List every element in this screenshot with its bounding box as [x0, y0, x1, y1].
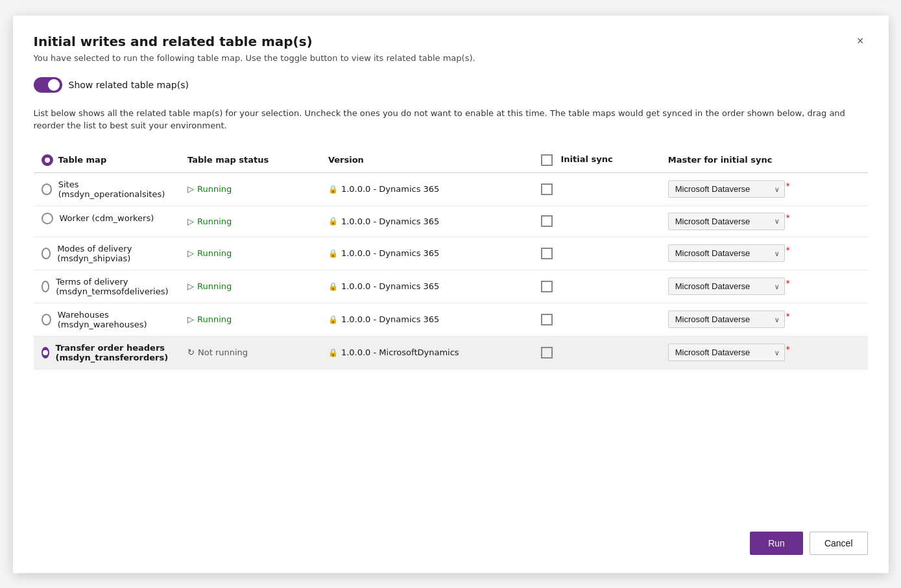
initial-sync-label: Initial sync — [560, 154, 612, 164]
table-row: Terms of delivery (msdyn_termsofdeliveri… — [34, 270, 868, 303]
row-master-cell: Microsoft Dataverse* — [660, 206, 868, 237]
master-dropdown[interactable]: Microsoft Dataverse — [668, 277, 785, 295]
dialog-header: Initial writes and related table map(s) … — [34, 34, 868, 49]
row-version-text: 1.0.0.0 - Dynamics 365 — [341, 248, 440, 258]
master-dropdown-wrapper: Microsoft Dataverse — [668, 244, 785, 262]
lock-icon: 🔒 — [328, 217, 338, 226]
row-map-name: Terms of delivery (msdyn_termsofdeliveri… — [56, 277, 172, 296]
row-master-cell: Microsoft Dataverse* — [660, 237, 868, 270]
col-header-master: Master for initial sync — [660, 148, 868, 173]
master-dropdown-wrapper: Microsoft Dataverse — [668, 277, 785, 295]
toggle-row: Show related table map(s) — [34, 77, 868, 93]
required-asterisk: * — [786, 182, 790, 191]
master-dropdown-wrapper: Microsoft Dataverse — [668, 344, 785, 361]
row-status-cell: ▷Running — [180, 237, 320, 270]
row-status-cell: ↻Not running — [180, 336, 320, 369]
row-initial-sync-cell — [533, 206, 660, 237]
row-select-cell: Terms of delivery (msdyn_termsofdeliveri… — [34, 270, 180, 303]
header-select-all[interactable] — [42, 154, 53, 166]
row-version-cell: 🔒1.0.0.0 - Dynamics 365 — [320, 206, 533, 237]
row-select-cell: Worker (cdm_workers) — [34, 206, 180, 231]
row-map-name: Warehouses (msdyn_warehouses) — [58, 310, 172, 329]
col-header-initial-sync: Initial sync — [533, 148, 660, 173]
row-radio-button[interactable] — [42, 314, 51, 325]
table-header-row: Table map Table map status Version Initi… — [34, 148, 868, 173]
table-maps-table: Table map Table map status Version Initi… — [34, 148, 868, 370]
row-version-cell: 🔒1.0.0.0 - Dynamics 365 — [320, 303, 533, 336]
row-status-label: Running — [197, 281, 232, 291]
row-initial-sync-checkbox[interactable] — [541, 215, 553, 227]
required-asterisk: * — [786, 279, 790, 288]
master-dropdown[interactable]: Microsoft Dataverse — [668, 213, 785, 230]
row-version-text: 1.0.0.0 - Dynamics 365 — [341, 314, 440, 324]
row-initial-sync-cell — [533, 270, 660, 303]
row-version-cell: 🔒1.0.0.0 - Dynamics 365 — [320, 270, 533, 303]
master-dropdown[interactable]: Microsoft Dataverse — [668, 311, 785, 328]
row-master-cell: Microsoft Dataverse* — [660, 172, 868, 206]
dialog-title: Initial writes and related table map(s) — [34, 34, 313, 49]
row-initial-sync-cell — [533, 336, 660, 369]
row-version-text: 1.0.0.0 - Dynamics 365 — [341, 217, 440, 226]
row-version-text: 1.0.0.0 - Dynamics 365 — [341, 281, 440, 291]
row-master-cell: Microsoft Dataverse* — [660, 303, 868, 336]
table-row: Warehouses (msdyn_warehouses)▷Running🔒1.… — [34, 303, 868, 336]
row-version-text: 1.0.0.0 - MicrosoftDynamics — [341, 347, 459, 357]
show-related-toggle[interactable] — [34, 77, 62, 93]
master-dropdown[interactable]: Microsoft Dataverse — [668, 244, 785, 262]
lock-icon: 🔒 — [328, 348, 338, 357]
row-radio-button[interactable] — [42, 213, 53, 224]
master-dropdown[interactable]: Microsoft Dataverse — [668, 344, 785, 361]
running-icon: ▷ — [187, 281, 194, 291]
row-initial-sync-checkbox[interactable] — [541, 183, 553, 195]
row-master-cell: Microsoft Dataverse* — [660, 336, 868, 369]
col-header-select: Table map — [34, 148, 180, 173]
row-initial-sync-checkbox[interactable] — [541, 281, 553, 292]
row-radio-button[interactable] — [42, 347, 49, 359]
row-initial-sync-checkbox[interactable] — [541, 347, 553, 359]
row-initial-sync-checkbox[interactable] — [541, 314, 553, 325]
row-version-cell: 🔒1.0.0.0 - MicrosoftDynamics — [320, 336, 533, 369]
header-initial-sync-checkbox[interactable] — [541, 154, 553, 166]
row-map-name: Sites (msdyn_operationalsites) — [58, 180, 172, 199]
description-text: List below shows all the related table m… — [34, 107, 864, 132]
table-body: Sites (msdyn_operationalsites)▷Running🔒1… — [34, 172, 868, 369]
table-row: Modes of delivery (msdyn_shipvias)▷Runni… — [34, 237, 868, 270]
required-asterisk: * — [786, 312, 790, 321]
row-select-cell: Warehouses (msdyn_warehouses) — [34, 303, 180, 336]
row-radio-button[interactable] — [42, 183, 52, 195]
row-initial-sync-cell — [533, 172, 660, 206]
toggle-label: Show related table map(s) — [69, 80, 189, 90]
row-initial-sync-cell — [533, 303, 660, 336]
required-asterisk: * — [786, 213, 790, 222]
row-initial-sync-cell — [533, 237, 660, 270]
notrunning-icon: ↻ — [187, 347, 195, 357]
lock-icon: 🔒 — [328, 185, 338, 194]
required-asterisk: * — [786, 345, 790, 354]
running-icon: ▷ — [187, 314, 194, 324]
running-icon: ▷ — [187, 184, 194, 194]
master-dropdown-wrapper: Microsoft Dataverse — [668, 311, 785, 328]
row-radio-button[interactable] — [42, 281, 50, 292]
row-initial-sync-checkbox[interactable] — [541, 248, 553, 259]
row-status-label: Running — [197, 217, 232, 226]
row-map-name: Worker (cdm_workers) — [60, 213, 154, 223]
table-row: Sites (msdyn_operationalsites)▷Running🔒1… — [34, 172, 868, 206]
dialog-footer: Run Cancel — [34, 521, 868, 555]
master-dropdown[interactable]: Microsoft Dataverse — [668, 180, 785, 198]
lock-icon: 🔒 — [328, 315, 338, 324]
run-button[interactable]: Run — [750, 532, 803, 555]
row-version-text: 1.0.0.0 - Dynamics 365 — [341, 184, 440, 194]
col-header-map-label: Table map — [58, 155, 107, 165]
row-status-label: Running — [197, 314, 232, 324]
col-header-version: Version — [320, 148, 533, 173]
row-select-cell: Sites (msdyn_operationalsites) — [34, 173, 180, 206]
row-status-cell: ▷Running — [180, 303, 320, 336]
cancel-button[interactable]: Cancel — [810, 532, 868, 555]
row-status-label: Running — [197, 184, 232, 194]
close-button[interactable]: × — [853, 34, 868, 48]
row-master-cell: Microsoft Dataverse* — [660, 270, 868, 303]
row-status-cell: ▷Running — [180, 172, 320, 206]
row-radio-button[interactable] — [42, 248, 51, 259]
running-icon: ▷ — [187, 248, 194, 258]
master-dropdown-wrapper: Microsoft Dataverse — [668, 180, 785, 198]
